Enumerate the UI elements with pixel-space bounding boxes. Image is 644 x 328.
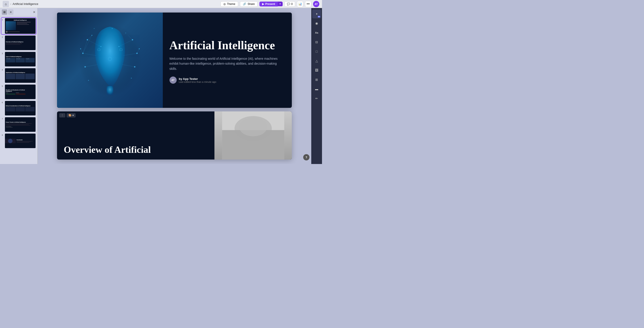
avatar[interactable]: AT (313, 1, 319, 7)
home-icon: ⌂ (5, 2, 7, 6)
slide-item-3[interactable]: 3 Types of Artificial Intelligence 1. Na… (1, 52, 36, 67)
present-button-group[interactable]: ▶ Present ▾ (260, 2, 283, 7)
svg-point-22 (139, 48, 140, 49)
video-icon: ⊞ (315, 78, 318, 82)
slide-canvas-1[interactable]: Artificial Intelligence Welcome to the f… (57, 13, 292, 108)
slide-1-image (57, 13, 163, 108)
question-mark-icon: ? (306, 156, 307, 159)
style-tool-button[interactable]: ◉ (312, 19, 321, 28)
slide-2-image (214, 111, 292, 160)
slide-1-author-info: by App Tester Last edited less than a mi… (179, 77, 216, 83)
present-play-icon: ▶ (262, 3, 264, 6)
more-options-button[interactable]: ••• (305, 1, 311, 7)
ai-badge: AI (318, 16, 320, 18)
slide-canvas-2[interactable]: ⋮ 🎨 ▾ Overview of Artificial (57, 111, 292, 160)
svg-point-16 (84, 66, 86, 68)
comments-count: 0 (291, 3, 293, 6)
slide-2-more-button[interactable]: ⋮ (59, 113, 65, 117)
dots-icon: ⋮ (61, 114, 64, 117)
slide-number-3: 3 (2, 52, 4, 55)
bar-icon: ▬ (315, 87, 318, 91)
svg-point-15 (82, 53, 84, 54)
video-tool-button[interactable]: ⊞ (312, 75, 321, 84)
slide-1-title: Artificial Intelligence (170, 39, 283, 52)
theme-icon: ◎ (224, 3, 226, 6)
text-tool-button[interactable]: Aa (312, 28, 321, 37)
ai-head-graphic (57, 13, 163, 108)
svg-point-14 (86, 39, 88, 41)
slide-item-7[interactable]: 7 Future Trends in Artificial Intelligen… (1, 117, 36, 132)
slide-1-author: AT by App Tester Last edited less than a… (170, 77, 283, 84)
svg-point-24 (118, 46, 120, 47)
svg-point-30 (125, 33, 126, 33)
share-label: Share (248, 3, 255, 6)
home-button[interactable]: ⌂ (3, 1, 9, 7)
slide-number-4: 4 (2, 69, 4, 71)
slide-number-8: 8 (2, 134, 4, 136)
square-icon: □ (316, 50, 318, 53)
analytics-button[interactable]: 📊 (297, 1, 303, 7)
sparkle-icon: ✦ (316, 12, 318, 16)
slide-number-7: 7 (2, 118, 4, 120)
present-main-button[interactable]: ▶ Present (260, 2, 278, 7)
slide-2-palette-button[interactable]: 🎨 ▾ (67, 113, 76, 117)
comments-button[interactable]: 💬 0 (284, 1, 295, 7)
svg-point-31 (88, 80, 89, 81)
palette-icon: 🎨 (68, 114, 72, 117)
sidebar-toolbar: ⊞ ≡ ✕ (0, 8, 37, 16)
analytics-icon: 📊 (298, 2, 302, 6)
slide-list: 1 Artificial Intelligence (0, 16, 37, 150)
slide-1-thumb-title: Artificial Intelligence (6, 20, 35, 21)
shape-triangle-tool-button[interactable]: △ (312, 56, 321, 65)
present-label: Present (265, 3, 275, 6)
shape-square-tool-button[interactable]: □ (312, 47, 321, 56)
slide-item-1[interactable]: 1 Artificial Intelligence (1, 18, 36, 34)
edit-tool-button[interactable]: ✏ (312, 94, 321, 103)
text-icon: Aa (315, 31, 318, 34)
right-sidebar: ✦ AI ◉ Aa ⊟ □ △ 🖼 ⊞ ▬ ✏ (311, 8, 322, 164)
slide-number-1: 1 (2, 19, 4, 21)
topbar-left: ⌂ › Artificial Intelligence (3, 1, 38, 7)
slide-2-toolbar: ⋮ 🎨 ▾ (57, 111, 78, 119)
present-dropdown-button[interactable]: ▾ (278, 2, 283, 6)
sidebar-close-button[interactable]: ✕ (33, 10, 36, 14)
slide-number-5: 5 (2, 85, 4, 87)
slide-item-4[interactable]: 4 Applications of Artificial Intelligenc… (1, 68, 36, 83)
svg-point-21 (80, 48, 81, 49)
layout-tool-button[interactable]: ⊟ (312, 38, 321, 47)
theme-button[interactable]: ◎ Theme (220, 1, 238, 7)
slide-item-5[interactable]: 5 Benefits and Drawbacks of Artificial I… (1, 84, 36, 100)
breadcrumb-title: Artificial Intelligence (12, 2, 38, 6)
svg-point-23 (100, 46, 101, 47)
svg-point-20 (92, 35, 92, 36)
svg-point-19 (134, 66, 135, 68)
grid-view-button[interactable]: ⊞ (2, 10, 7, 15)
slide-2-title: Overview of Artificial (64, 144, 151, 155)
slide-number-2: 2 (2, 36, 4, 38)
layout-icon: ⊟ (315, 40, 318, 44)
svg-rect-1 (106, 86, 113, 95)
image-tool-button[interactable]: 🖼 (312, 66, 321, 75)
ai-tool-button[interactable]: ✦ AI (312, 10, 321, 18)
theme-label: Theme (227, 3, 235, 6)
topbar: ⌂ › Artificial Intelligence ◎ Theme 🔗 Sh… (0, 0, 322, 8)
slide-item-6[interactable]: 6 Ethical Considerations of Artificial I… (1, 101, 36, 116)
slide-item-8[interactable]: 8 Conclusion (1, 133, 36, 149)
list-view-button[interactable]: ≡ (8, 10, 14, 15)
image-icon: 🖼 (315, 69, 318, 72)
help-button[interactable]: ? (303, 154, 310, 160)
svg-point-32 (131, 78, 132, 79)
canvas-area: Artificial Intelligence Welcome to the f… (38, 8, 311, 164)
slide-1-author-name: by App Tester (179, 77, 216, 81)
slide-1-author-avatar: AT (170, 77, 177, 84)
comment-icon: 💬 (287, 3, 290, 6)
slide-item-2[interactable]: 2 Overview of Artificial Intelligence (1, 35, 36, 51)
bar-tool-button[interactable]: ▬ (312, 85, 321, 94)
svg-point-17 (132, 39, 133, 41)
slide-1-author-time: Last edited less than a minute ago (179, 81, 216, 83)
slides-sidebar: ⊞ ≡ ✕ 1 Artificial Intelligence (0, 8, 38, 164)
share-button[interactable]: 🔗 Share (240, 1, 258, 7)
slide-2-left: Overview of Artificial (57, 111, 214, 160)
svg-point-29 (94, 28, 94, 29)
palette-dropdown-icon: ▾ (72, 114, 74, 117)
